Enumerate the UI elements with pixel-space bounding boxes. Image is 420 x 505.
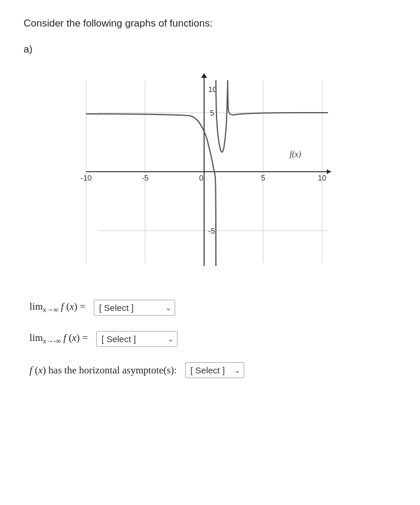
page-title: Consider the following graphs of functio…: [24, 18, 396, 29]
svg-text:10: 10: [318, 173, 326, 182]
question-row-limit-pos-inf: limx→∞ f (x) = [ Select ] ∞ -∞ 0 1 2 3 4…: [29, 300, 396, 316]
svg-text:5: 5: [261, 173, 265, 182]
horiz-asymptote-select-wrapper: [ Select ] y = 0 y = 1 y = 2 y = 3 y = 4…: [185, 362, 244, 378]
svg-text:5: 5: [210, 109, 214, 117]
limit-pos-inf-select-wrapper: [ Select ] ∞ -∞ 0 1 2 3 4 5 Does Not Exi…: [94, 300, 175, 316]
svg-text:-5: -5: [142, 173, 149, 182]
question-row-horiz-asymptote: f (x) has the horizontal asymptote(s): […: [29, 362, 396, 378]
section-label: a): [24, 44, 396, 55]
function-graph: 0 -5 -10 5 10 5 -5 10 f(x): [80, 63, 340, 281]
limit-neg-inf-select-wrapper: [ Select ] ∞ -∞ 0 1 2 3 4 5 Does Not Exi…: [96, 331, 178, 347]
horiz-asymptote-select[interactable]: [ Select ] y = 0 y = 1 y = 2 y = 3 y = 4…: [185, 362, 244, 378]
horiz-asymptote-label: f (x) has the horizontal asymptote(s):: [29, 365, 177, 376]
limit-pos-inf-select[interactable]: [ Select ] ∞ -∞ 0 1 2 3 4 5 Does Not Exi…: [94, 300, 175, 316]
svg-text:-5: -5: [208, 227, 215, 235]
graph-area: 0 -5 -10 5 10 5 -5 10 f(x): [80, 63, 340, 281]
limit-neg-inf-label: limx→-∞ f (x) =: [29, 332, 88, 346]
limit-neg-inf-select[interactable]: [ Select ] ∞ -∞ 0 1 2 3 4 5 Does Not Exi…: [96, 331, 178, 347]
limit-pos-inf-label: limx→∞ f (x) =: [29, 301, 86, 314]
svg-text:-10: -10: [81, 173, 92, 182]
svg-text:0: 0: [199, 173, 203, 182]
questions-section: limx→∞ f (x) = [ Select ] ∞ -∞ 0 1 2 3 4…: [24, 300, 396, 378]
svg-text:f(x): f(x): [290, 150, 301, 159]
question-row-limit-neg-inf: limx→-∞ f (x) = [ Select ] ∞ -∞ 0 1 2 3 …: [29, 331, 396, 347]
